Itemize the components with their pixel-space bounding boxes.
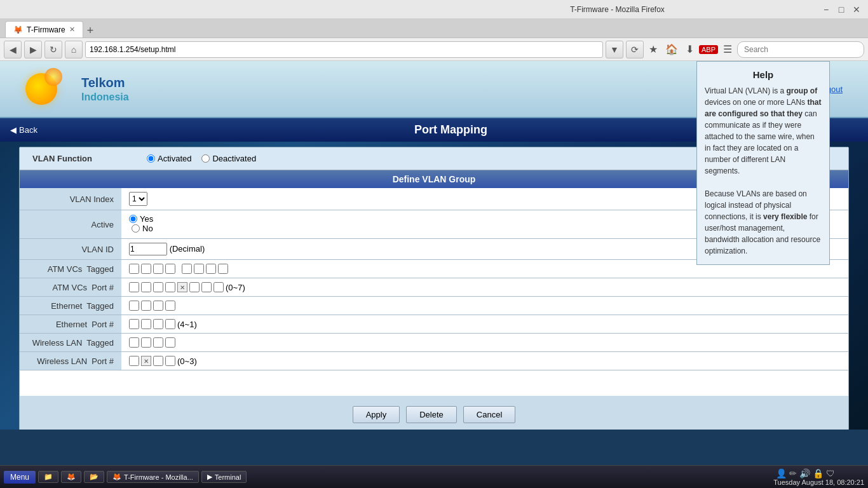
spacer <box>20 370 848 396</box>
vlan-id-input[interactable] <box>129 243 167 255</box>
back-label: Back <box>19 125 37 135</box>
activated-label: Activated <box>158 154 191 163</box>
deactivated-radio[interactable] <box>201 154 210 163</box>
terminal-icon: ▶ <box>207 473 212 481</box>
atm-vcs-port-value: ✕ (0~7) <box>121 278 848 297</box>
table-row: Wireless LAN Tagged <box>20 334 848 352</box>
apply-button[interactable]: Apply <box>353 406 400 423</box>
taskbar-firefox-task[interactable]: 🦊 T-Firmware - Mozilla... <box>107 471 199 483</box>
reload-button[interactable]: ↻ <box>44 41 62 58</box>
atm-vcs-port-label: ATM VCs Port # <box>20 278 121 297</box>
tab-close-button[interactable]: ✕ <box>69 25 75 34</box>
search-input[interactable] <box>737 41 864 58</box>
back-nav-button[interactable]: ◀ <box>4 41 22 58</box>
wlan-tagged-cb-2[interactable] <box>153 337 163 348</box>
wlan-port-value: ✕ (0~3) <box>121 352 848 370</box>
menu-icon[interactable]: ☰ <box>721 43 735 55</box>
forward-nav-button[interactable]: ▶ <box>24 41 42 58</box>
maximize-button[interactable]: □ <box>836 4 846 15</box>
vlan-function-label: VLAN Function <box>32 154 147 163</box>
deactivated-label: Deactivated <box>212 154 256 163</box>
firefox-task-label: T-Firmware - Mozilla... <box>124 473 193 481</box>
eth-port-cb-3[interactable] <box>165 319 175 329</box>
vlan-index-select[interactable]: 1234 <box>129 192 147 206</box>
atm-tagged-cb-0[interactable] <box>129 264 139 274</box>
atm-tagged-cb-5[interactable] <box>194 264 204 274</box>
table-row: Wireless LAN Port # ✕ (0~3) <box>20 352 848 370</box>
activated-radio[interactable] <box>147 154 155 163</box>
wlan-port-label: Wireless LAN Port # <box>20 352 121 370</box>
url-go-button[interactable]: ▼ <box>606 41 623 58</box>
active-tab[interactable]: 🦊 T-Firmware ✕ <box>5 21 83 37</box>
url-bar[interactable] <box>85 41 603 58</box>
wlan-port-cb-0[interactable] <box>129 356 139 366</box>
atm-tagged-cb-7[interactable] <box>218 264 228 274</box>
tab-favicon: 🦊 <box>13 25 23 34</box>
wlan-tagged-cb-3[interactable] <box>165 337 175 348</box>
atm-tagged-cb-2[interactable] <box>153 264 163 274</box>
pencil-tray-icon: ✏ <box>789 468 797 478</box>
define-vlan-title: Define VLAN Group <box>393 174 476 184</box>
vlan-id-label: VLAN ID <box>20 239 121 260</box>
wlan-port-cb-2[interactable] <box>153 356 163 366</box>
browser-titlebar: T-Firmware - Mozilla Firefox − □ ✕ <box>0 0 868 19</box>
help-text: Virtual LAN (VLAN) is a group of devices… <box>705 85 822 257</box>
taskbar-app2[interactable]: 📂 <box>84 471 104 483</box>
cancel-button[interactable]: Cancel <box>463 406 515 423</box>
atm-tagged-cb-1[interactable] <box>141 264 151 274</box>
taskbar-file-manager[interactable]: 📁 <box>38 471 58 483</box>
atm-port-cb-6[interactable] <box>201 282 212 292</box>
atm-tagged-cb-6[interactable] <box>206 264 216 274</box>
active-no-radio[interactable] <box>132 224 140 233</box>
logo-text: Telkom Indonesia <box>81 74 129 104</box>
taskbar-terminal-task[interactable]: ▶ Terminal <box>201 471 247 483</box>
table-row: Ethernet Tagged <box>20 297 848 315</box>
wlan-tagged-cb-0[interactable] <box>129 337 139 348</box>
atm-tagged-cb-4[interactable] <box>182 264 192 274</box>
active-no-label[interactable]: No <box>132 224 153 233</box>
browser-toolbar: ◀ ▶ ↻ ⌂ ▼ ⟳ ★ 🏠 ⬇ ABP ☰ <box>0 38 868 61</box>
bookmark-star-icon[interactable]: ★ <box>646 43 660 55</box>
new-tab-button[interactable]: + <box>83 24 98 37</box>
eth-port-cb-0[interactable] <box>129 319 139 329</box>
active-yes-radio[interactable] <box>129 215 137 223</box>
close-button[interactable]: ✕ <box>851 4 862 15</box>
download-icon[interactable]: ⬇ <box>683 43 696 55</box>
atm-port-cb-1[interactable] <box>141 282 151 292</box>
eth-port-range: (4~1) <box>177 320 197 329</box>
atm-port-cb-5[interactable] <box>189 282 200 292</box>
yes-label: Yes <box>140 214 153 224</box>
taskbar-app1[interactable]: 🦊 <box>61 471 81 483</box>
wlan-tagged-cb-1[interactable] <box>141 337 151 348</box>
back-button[interactable]: ◀ Back <box>10 125 37 135</box>
shield-tray-icon: 🛡 <box>826 468 835 478</box>
activated-radio-label[interactable]: Activated <box>147 154 191 163</box>
taskbar-menu-button[interactable]: Menu <box>4 471 36 484</box>
home-button[interactable]: ⌂ <box>65 41 83 58</box>
table-row: Ethernet Port # (4~1) <box>20 315 848 334</box>
eth-tagged-cb-2[interactable] <box>153 301 163 311</box>
eth-tagged-cb-3[interactable] <box>165 301 175 311</box>
deactivated-radio-label[interactable]: Deactivated <box>201 154 256 163</box>
adblock-icon: ABP <box>699 45 718 54</box>
speaker-tray-icon: 🔊 <box>799 468 810 478</box>
atm-port-cb-3[interactable] <box>165 282 175 292</box>
atm-tagged-cb-3[interactable] <box>165 264 175 274</box>
tab-bar: 🦊 T-Firmware ✕ + <box>0 19 868 38</box>
wlan-port-cb-3[interactable] <box>165 356 175 366</box>
no-label: No <box>142 224 153 233</box>
eth-tagged-cb-0[interactable] <box>129 301 139 311</box>
delete-button[interactable]: Delete <box>406 406 457 423</box>
eth-port-cb-1[interactable] <box>141 319 151 329</box>
active-label: Active <box>20 210 121 239</box>
vlan-index-label: VLAN Index <box>20 188 121 210</box>
home-icon[interactable]: 🏠 <box>663 43 681 55</box>
atm-port-cb-2[interactable] <box>153 282 163 292</box>
atm-port-cb-7[interactable] <box>214 282 224 292</box>
atm-port-cb-0[interactable] <box>129 282 139 292</box>
eth-port-cb-2[interactable] <box>153 319 163 329</box>
eth-tagged-cb-1[interactable] <box>141 301 151 311</box>
main-content-area: VLAN Function Activated Deactivated <box>0 147 868 430</box>
minimize-button[interactable]: − <box>821 4 831 15</box>
refresh-button[interactable]: ⟳ <box>626 41 644 58</box>
